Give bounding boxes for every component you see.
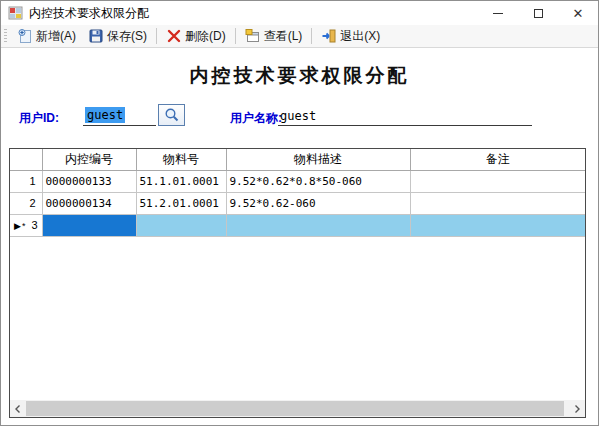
toolbar: 新增(A) 保存(S) 删除(D) 查看(L) — [1, 25, 598, 48]
column-header-remark[interactable]: 备注 — [410, 149, 585, 170]
maximize-icon — [534, 9, 543, 18]
user-id-value: guest — [85, 107, 125, 123]
cell-material-no[interactable]: 51.2.01.0001 — [136, 192, 226, 214]
user-lookup-button[interactable] — [158, 104, 185, 126]
row-header[interactable]: 1 — [10, 170, 42, 192]
column-header-material-desc[interactable]: 物料描述 — [226, 149, 410, 170]
toolbar-separator — [156, 28, 157, 44]
toolbar-grip[interactable] — [4, 29, 7, 44]
cell-material-no[interactable]: 51.1.01.0001 — [136, 170, 226, 192]
cell-material-desc[interactable] — [226, 214, 410, 236]
window-controls: ✕ — [478, 1, 598, 25]
new-button[interactable]: 新增(A) — [11, 25, 82, 48]
close-button[interactable]: ✕ — [558, 1, 598, 25]
horizontal-scrollbar[interactable] — [10, 400, 585, 417]
close-icon: ✕ — [573, 7, 584, 20]
cell-material-desc[interactable]: 9.52*0.62*0.8*50-060 — [226, 170, 410, 192]
grid-header-row: 内控编号 物料号 物料描述 备注 — [10, 149, 585, 170]
app-icon — [8, 5, 24, 21]
view-button[interactable]: 查看(L) — [239, 25, 309, 48]
grid-table: 内控编号 物料号 物料描述 备注 1 0000000133 51.1.01.00… — [10, 149, 585, 237]
app-window: 内控技术要求权限分配 ✕ 新增(A) 保存(S) — [0, 0, 599, 426]
save-icon — [88, 28, 104, 44]
row-number: 3 — [31, 219, 37, 231]
cell-material-no[interactable] — [136, 214, 226, 236]
cell-internal-code[interactable]: 0000000133 — [42, 170, 136, 192]
window-title: 内控技术要求权限分配 — [29, 5, 149, 22]
page-title: 内控技术要求权限分配 — [1, 63, 598, 89]
maximize-button[interactable] — [518, 1, 558, 25]
exit-button[interactable]: 退出(X) — [315, 25, 386, 48]
user-name-label: 用户名称: — [230, 110, 282, 127]
new-button-label: 新增(A) — [36, 28, 76, 45]
save-button-label: 保存(S) — [107, 28, 147, 45]
toolbar-separator — [311, 28, 312, 44]
user-name-field[interactable]: guest — [278, 106, 532, 126]
user-name-value: guest — [280, 109, 316, 123]
row-header-corner[interactable] — [10, 149, 42, 170]
minimize-icon — [493, 13, 503, 14]
current-row-marker-icon: ▶* — [14, 221, 26, 231]
exit-icon — [321, 28, 337, 44]
minimize-button[interactable] — [478, 1, 518, 25]
view-button-label: 查看(L) — [264, 28, 303, 45]
view-icon — [245, 28, 261, 44]
row-header[interactable]: 2 — [10, 192, 42, 214]
new-item-icon — [17, 28, 33, 44]
delete-button[interactable]: 删除(D) — [160, 25, 232, 48]
chevron-right-icon — [573, 404, 581, 414]
save-button[interactable]: 保存(S) — [82, 25, 153, 48]
scroll-right-button[interactable] — [569, 400, 585, 417]
row-header-current[interactable]: ▶* 3 — [10, 214, 42, 236]
magnifier-icon — [163, 107, 181, 123]
exit-button-label: 退出(X) — [340, 28, 380, 45]
user-id-label: 用户ID: — [19, 110, 59, 127]
cell-remark[interactable] — [410, 170, 585, 192]
chevron-left-icon — [14, 404, 22, 414]
table-row-new: ▶* 3 — [10, 214, 585, 236]
cell-material-desc[interactable]: 9.52*0.62-060 — [226, 192, 410, 214]
cell-internal-code-selected[interactable] — [42, 214, 136, 236]
toolbar-separator — [235, 28, 236, 44]
column-header-internal-code[interactable]: 内控编号 — [42, 149, 136, 170]
table-row: 2 0000000134 51.2.01.0001 9.52*0.62-060 — [10, 192, 585, 214]
title-bar: 内控技术要求权限分配 ✕ — [1, 1, 598, 25]
column-header-material-no[interactable]: 物料号 — [136, 149, 226, 170]
delete-icon — [166, 28, 182, 44]
user-id-input[interactable]: guest — [83, 105, 156, 126]
cell-remark[interactable] — [410, 214, 585, 236]
cell-remark[interactable] — [410, 192, 585, 214]
table-row: 1 0000000133 51.1.01.0001 9.52*0.62*0.8*… — [10, 170, 585, 192]
delete-button-label: 删除(D) — [185, 28, 226, 45]
cell-internal-code[interactable]: 0000000134 — [42, 192, 136, 214]
scrollbar-thumb[interactable] — [26, 401, 564, 416]
scroll-left-button[interactable] — [10, 400, 26, 417]
data-grid: 内控编号 物料号 物料描述 备注 1 0000000133 51.1.01.00… — [9, 148, 586, 418]
